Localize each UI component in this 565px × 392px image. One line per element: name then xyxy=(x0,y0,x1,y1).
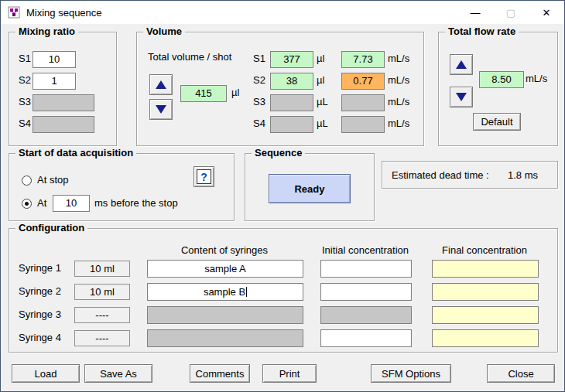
volume-s4-label: S4 xyxy=(253,118,265,129)
dead-time-value: 1.8 ms xyxy=(508,169,538,181)
volume-s3-label: S3 xyxy=(253,96,265,107)
down-arrow-icon xyxy=(156,105,166,114)
syringe2-content-input[interactable]: sample B xyxy=(147,283,303,301)
close-button[interactable]: Close xyxy=(487,364,555,383)
syringe2-label: Syringe 2 xyxy=(19,285,61,297)
flow-rate-unit: mL/s xyxy=(526,73,547,84)
volume-s1-unit: µl xyxy=(317,53,324,64)
syringe1-size: 10 ml xyxy=(74,261,130,277)
title-bar: Mixing sequence — ▢ ✕ xyxy=(1,1,564,24)
at-time-radio[interactable] xyxy=(22,199,32,209)
mixing-ratio-title: Mixing ratio xyxy=(15,26,78,37)
volume-s1-value[interactable]: 377 xyxy=(270,51,313,68)
flow-s4-unit: mL/s xyxy=(388,118,409,129)
volume-s2-label: S2 xyxy=(253,74,265,86)
down-arrow-icon xyxy=(456,93,467,101)
ready-button[interactable]: Ready xyxy=(269,174,351,203)
mixing-sequence-window: Mixing sequence — ▢ ✕ Mixing ratio S1 10… xyxy=(0,0,565,392)
load-button[interactable]: Load xyxy=(12,364,80,383)
flow-rate-up-button[interactable] xyxy=(450,54,473,75)
at-suffix-label: ms before the stop xyxy=(94,197,178,209)
volume-s2-unit: µl xyxy=(317,74,324,86)
configuration-title: Configuration xyxy=(15,222,87,233)
volume-group: Volume Total volume / shot 415 µl S1 377… xyxy=(136,32,424,146)
minimize-icon[interactable]: — xyxy=(457,1,493,24)
window-title: Mixing sequence xyxy=(26,7,102,19)
syringe1-label: Syringe 1 xyxy=(19,262,61,274)
syringe4-label: Syringe 4 xyxy=(19,332,61,343)
sequence-title: Sequence xyxy=(252,147,305,159)
syringe1-content-input[interactable]: sample A xyxy=(147,260,303,278)
ratio-s3-input xyxy=(33,94,94,111)
total-volume-up-button[interactable] xyxy=(149,74,173,95)
ratio-s1-label: S1 xyxy=(19,53,31,64)
total-volume-value[interactable]: 415 xyxy=(180,85,227,102)
acquisition-title: Start of data acquisition xyxy=(15,147,136,159)
up-arrow-icon xyxy=(156,80,166,89)
syringe1-initial-input[interactable] xyxy=(320,260,412,278)
help-icon: ? xyxy=(197,169,211,184)
flow-s1-unit: mL/s xyxy=(388,53,409,64)
configuration-group: Configuration Content of syringes Initia… xyxy=(9,228,558,353)
syringe3-initial-input xyxy=(320,306,412,324)
mixing-ratio-group: Mixing ratio S1 10 S2 1 S3 S4 xyxy=(9,32,117,146)
dead-time-label: Estimated dead time : xyxy=(392,169,489,181)
volume-s2-value[interactable]: 38 xyxy=(270,73,313,90)
flow-rate-value[interactable]: 8.50 xyxy=(479,71,524,88)
flow-rate-down-button[interactable] xyxy=(450,87,473,107)
flow-s3-unit: mL/s xyxy=(388,96,409,107)
ratio-s4-label: S4 xyxy=(19,118,31,129)
initial-column-header: Initial concentration xyxy=(320,244,410,256)
at-stop-radio[interactable] xyxy=(22,176,32,186)
at-label: At xyxy=(37,197,46,209)
ratio-s4-input xyxy=(33,116,94,133)
syringe4-initial-input[interactable] xyxy=(320,329,412,347)
volume-s3-value xyxy=(270,94,313,111)
flow-s3-value xyxy=(341,94,385,111)
syringe4-final-input[interactable] xyxy=(432,329,539,347)
syringe3-label: Syringe 3 xyxy=(19,308,61,320)
up-arrow-icon xyxy=(456,60,467,69)
syringe1-final-input[interactable] xyxy=(432,260,539,278)
app-icon xyxy=(8,6,20,19)
at-stop-label: At stop xyxy=(37,174,68,186)
syringe4-size: ---- xyxy=(74,330,130,346)
print-button[interactable]: Print xyxy=(262,364,317,383)
flow-s1-value[interactable]: 7.73 xyxy=(341,51,385,68)
syringe2-final-input[interactable] xyxy=(432,283,539,301)
help-button[interactable]: ? xyxy=(193,166,214,187)
syringe4-content-input xyxy=(147,329,303,347)
volume-s3-unit: µL xyxy=(317,96,328,107)
at-time-input[interactable]: 10 xyxy=(53,195,90,212)
volume-s4-unit: µL xyxy=(317,118,328,129)
total-flow-rate-title: Total flow rate xyxy=(445,26,519,37)
save-as-button[interactable]: Save As xyxy=(84,364,152,383)
ratio-s1-input[interactable]: 10 xyxy=(33,51,76,68)
syringe2-content-text: sample B xyxy=(204,286,245,298)
total-volume-down-button[interactable] xyxy=(149,99,173,120)
syringe3-size: ---- xyxy=(74,307,130,323)
ratio-s3-label: S3 xyxy=(19,96,31,107)
content-column-header: Content of syringes xyxy=(147,244,302,256)
syringe3-content-input xyxy=(147,306,303,324)
flow-s2-value[interactable]: 0.77 xyxy=(341,73,385,90)
close-icon[interactable]: ✕ xyxy=(529,1,564,24)
ratio-s2-label: S2 xyxy=(19,74,31,86)
flow-s2-unit: mL/s xyxy=(388,74,409,86)
syringe2-initial-input[interactable] xyxy=(320,283,412,301)
maximize-icon: ▢ xyxy=(493,1,529,24)
flow-s4-value xyxy=(341,116,385,133)
sequence-group: Sequence Ready xyxy=(245,153,375,221)
syringe3-final-input[interactable] xyxy=(432,306,539,324)
default-button[interactable]: Default xyxy=(473,113,521,131)
sfm-options-button[interactable]: SFM Options xyxy=(371,364,451,383)
volume-title: Volume xyxy=(143,26,185,37)
syringe2-size: 10 ml xyxy=(74,284,130,300)
final-column-header: Final concentration xyxy=(432,244,537,256)
total-volume-unit: µl xyxy=(231,87,239,98)
dead-time-box: Estimated dead time : 1.8 ms xyxy=(382,161,558,189)
volume-s4-value xyxy=(270,116,313,133)
text-caret xyxy=(246,287,247,297)
ratio-s2-input[interactable]: 1 xyxy=(33,73,76,90)
comments-button[interactable]: Comments xyxy=(190,364,250,383)
